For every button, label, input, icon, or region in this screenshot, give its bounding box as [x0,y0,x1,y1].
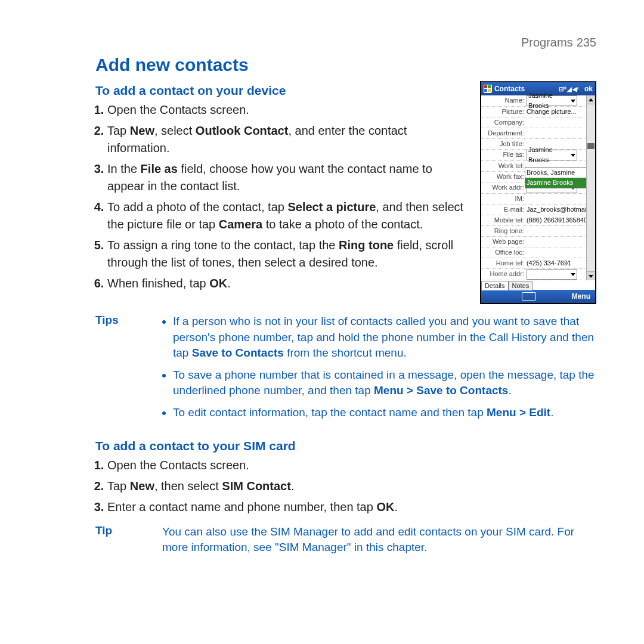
tip-item: To edit contact information, tap the con… [173,405,596,421]
phone-menubar: Menu [481,290,595,303]
tab-details[interactable]: Details [481,281,509,290]
ringtone-field[interactable] [527,226,595,236]
hometel-field[interactable]: (425) 334-7691 [527,258,595,268]
name-field[interactable]: Jasmine Brooks [527,95,577,106]
dropdown-option[interactable]: Brooks, Jasmine [525,168,586,178]
step-1: Open the Contacts screen. [107,457,596,474]
step-6: When finished, tap OK. [107,275,467,292]
tip-label: Tip [95,524,148,556]
step-2: Tap New, select Outlook Contact, and ent… [107,122,467,157]
scrollbar[interactable] [586,95,595,280]
fileas-field[interactable]: Jasmine Brooks [527,150,577,160]
homeaddr-field[interactable] [527,269,577,280]
page-header: Programs235 [521,36,596,49]
subheading-add-device: To add a contact on your device [95,83,467,98]
phone-tabs: Details Notes [481,280,595,290]
page-number: 235 [577,36,596,49]
scroll-up-icon[interactable] [587,95,595,104]
page-title: Add new contacts [95,55,596,75]
step-3: In the File as field, choose how you wan… [107,160,467,195]
officeloc-field[interactable] [527,247,595,258]
tip-body: You can also use the SIM Manager to add … [162,524,596,556]
tip-item: To save a phone number that is contained… [173,367,596,399]
tips-block: Tips If a person who is not in your list… [95,314,596,427]
steps-sim: Open the Contacts screen. Tap New, then … [107,457,596,516]
webpage-field[interactable] [527,237,595,247]
chevron-down-icon [571,273,575,276]
company-field[interactable] [527,117,595,128]
svg-rect-3 [488,89,491,92]
tips-label: Tips [95,314,148,427]
scroll-down-icon[interactable] [587,271,595,280]
step-3: Enter a contact name and phone number, t… [107,499,596,516]
menu-button[interactable]: Menu [572,292,590,301]
phone-title: Contacts [494,85,525,93]
phone-screenshot: Contacts ⊡ ᴴ ◢ ◀ᵋ ok Name:Jasmine Brooks… [480,81,596,304]
picture-field[interactable]: Change picture... [527,107,595,117]
im-field[interactable] [527,194,595,204]
tip-block: Tip You can also use the SIM Manager to … [95,524,596,556]
dropdown-option-selected[interactable]: Jasmine Brooks [525,178,586,188]
subheading-add-sim: To add a contact to your SIM card [95,439,596,453]
tab-notes[interactable]: Notes [509,281,533,290]
step-5: To assign a ring tone to the contact, ta… [107,237,467,271]
email-field[interactable]: Jaz_brooks@hotmail.... [527,205,595,215]
steps-device: Open the Contacts screen. Tap New, selec… [107,101,467,292]
svg-rect-0 [484,85,487,88]
ok-button[interactable]: ok [584,85,593,93]
chevron-down-icon [571,154,575,157]
department-field[interactable] [527,128,595,138]
contact-form: Name:Jasmine Brooks Picture:Change pictu… [481,95,595,280]
keyboard-icon[interactable] [522,292,536,301]
fileas-dropdown[interactable]: Brooks, Jasmine Jasmine Brooks [525,167,587,188]
step-2: Tap New, then select SIM Contact. [107,478,596,495]
svg-rect-2 [484,89,487,92]
chevron-down-icon [571,100,575,103]
start-icon[interactable] [484,85,492,93]
svg-rect-1 [488,85,491,88]
step-4: To add a photo of the contact, tap Selec… [107,199,467,233]
tip-item: If a person who is not in your list of c… [173,314,596,361]
section-name: Programs [521,36,573,49]
scroll-thumb[interactable] [587,143,595,149]
step-1: Open the Contacts screen. [107,101,467,119]
mobile-field[interactable]: (886) 266391365840 [527,215,595,225]
